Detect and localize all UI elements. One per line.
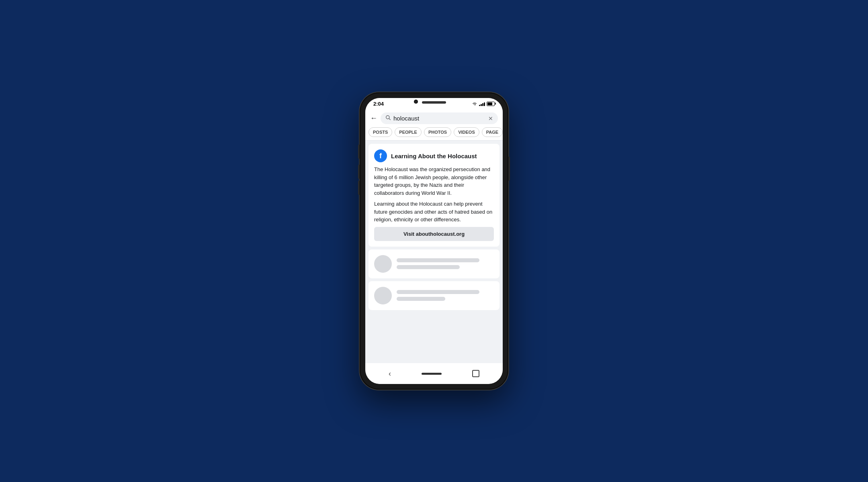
facebook-icon: f (374, 149, 387, 162)
skeleton-lines-2 (397, 290, 494, 301)
scroll-content: f Learning About the Holocaust The Holoc… (365, 141, 503, 363)
visit-website-button[interactable]: Visit aboutholocaust.org (374, 227, 494, 241)
skeleton-result-2 (368, 281, 500, 310)
tab-posts[interactable]: POSTS (368, 127, 392, 137)
skeleton-line (397, 290, 479, 294)
battery-icon (487, 102, 495, 106)
camera (414, 100, 418, 104)
info-card-title: Learning About the Holocaust (391, 153, 477, 159)
search-area: ← holocaust ✕ (365, 109, 503, 127)
battery-fill (487, 102, 492, 105)
nav-bar: ‹ (365, 363, 503, 384)
skeleton-line (397, 265, 460, 269)
tab-pages[interactable]: PAGE (482, 127, 503, 137)
signal-icon (479, 102, 485, 106)
wifi-icon (472, 102, 477, 106)
skeleton-lines-1 (397, 258, 494, 269)
info-paragraph-1: The Holocaust was the organized persecut… (374, 165, 494, 197)
skeleton-result-1 (368, 249, 500, 278)
tab-videos[interactable]: VIDEOS (454, 127, 479, 137)
back-button[interactable]: ← (370, 114, 377, 123)
nav-recents-button[interactable] (472, 370, 479, 377)
tab-people[interactable]: PEOPLE (395, 127, 422, 137)
search-query: holocaust (393, 115, 486, 122)
search-bar[interactable]: holocaust ✕ (381, 112, 498, 124)
clear-search-button[interactable]: ✕ (488, 115, 493, 122)
skeleton-avatar-1 (374, 255, 392, 273)
info-card-header: f Learning About the Holocaust (374, 149, 494, 162)
tab-photos[interactable]: PHOTOS (424, 127, 451, 137)
skeleton-avatar-2 (374, 287, 392, 304)
phone-mockup: 2:04 (360, 92, 508, 390)
skeleton-line (397, 297, 445, 301)
svg-line-1 (389, 118, 390, 120)
speaker (422, 101, 446, 104)
info-paragraph-2: Learning about the Holocaust can help pr… (374, 200, 494, 224)
status-time: 2:04 (373, 101, 384, 107)
nav-home-indicator[interactable] (422, 373, 442, 375)
info-card-body: The Holocaust was the organized persecut… (374, 165, 494, 224)
nav-back-button[interactable]: ‹ (389, 370, 391, 378)
skeleton-line (397, 258, 479, 262)
filter-tabs: POSTS PEOPLE PHOTOS VIDEOS PAGE (365, 127, 503, 141)
phone-screen: 2:04 (365, 98, 503, 384)
status-icons (472, 102, 495, 106)
status-bar: 2:04 (365, 98, 503, 109)
search-icon (385, 115, 391, 122)
holocaust-info-card: f Learning About the Holocaust The Holoc… (368, 144, 500, 247)
